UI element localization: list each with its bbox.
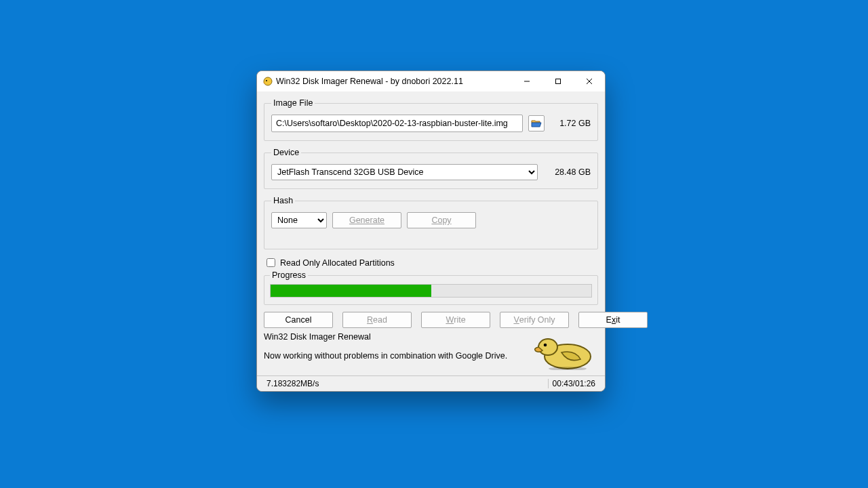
footer-appname: Win32 Disk Imager Renewal (264, 332, 524, 342)
maximize-button[interactable] (542, 71, 574, 92)
footer: Win32 Disk Imager Renewal Now working wi… (264, 332, 598, 370)
image-file-group: Image File 1.72 GB (264, 98, 598, 141)
progress-label: Progress (270, 270, 308, 280)
hash-group: Hash None Generate Copy (264, 196, 598, 249)
duck-icon (530, 332, 598, 370)
app-window: Win32 Disk Imager Renewal - by dnobori 2… (256, 70, 606, 392)
device-group: Device JetFlash Transcend 32GB USB Devic… (264, 148, 598, 189)
read-button[interactable]: Read (342, 312, 412, 328)
progress-group: Progress (264, 270, 598, 305)
svg-point-7 (538, 339, 557, 355)
browse-button[interactable] (528, 115, 545, 131)
minimize-button[interactable] (511, 71, 542, 92)
status-time: 00:43/01:26 (548, 379, 599, 388)
action-buttons: Cancel Read Write Verify Only Exit (264, 312, 598, 328)
close-icon (586, 78, 593, 85)
footer-tagline: Now working without problems in combinat… (264, 351, 524, 361)
write-button[interactable]: Write (421, 312, 490, 328)
status-bar: 7.183282MB/s 00:43/01:26 (257, 375, 605, 391)
device-label: Device (271, 148, 301, 157)
progress-bar (270, 284, 592, 298)
folder-open-icon (531, 119, 542, 128)
window-body: Image File 1.72 GB Device JetFlash Trans… (257, 92, 605, 375)
read-only-label: Read Only Allocated Partitions (280, 258, 395, 268)
image-file-path-input[interactable] (271, 115, 523, 132)
cancel-button[interactable]: Cancel (264, 312, 333, 328)
image-file-label: Image File (271, 98, 315, 108)
hash-algo-select[interactable]: None (271, 212, 327, 228)
verify-button[interactable]: Verify Only (500, 312, 569, 328)
minimize-icon (524, 78, 530, 85)
read-only-checkbox-input[interactable] (267, 258, 275, 267)
read-only-checkbox[interactable]: Read Only Allocated Partitions (264, 256, 598, 269)
exit-button[interactable]: Exit (578, 312, 648, 328)
copy-button[interactable]: Copy (407, 212, 476, 228)
svg-point-8 (544, 344, 547, 347)
close-button[interactable] (574, 71, 605, 92)
svg-point-1 (266, 80, 267, 81)
maximize-icon (555, 78, 561, 85)
window-title: Win32 Disk Imager Renewal - by dnobori 2… (273, 77, 511, 86)
progress-fill (271, 285, 431, 297)
hash-label: Hash (271, 196, 295, 205)
generate-button[interactable]: Generate (332, 212, 401, 228)
device-size: 28.48 GB (543, 167, 591, 177)
titlebar: Win32 Disk Imager Renewal - by dnobori 2… (257, 71, 605, 92)
device-select[interactable]: JetFlash Transcend 32GB USB Device (271, 164, 538, 180)
status-speed: 7.183282MB/s (262, 379, 323, 388)
svg-point-0 (264, 77, 272, 85)
svg-rect-3 (556, 79, 561, 84)
image-file-size: 1.72 GB (550, 119, 591, 128)
app-icon (262, 76, 273, 87)
